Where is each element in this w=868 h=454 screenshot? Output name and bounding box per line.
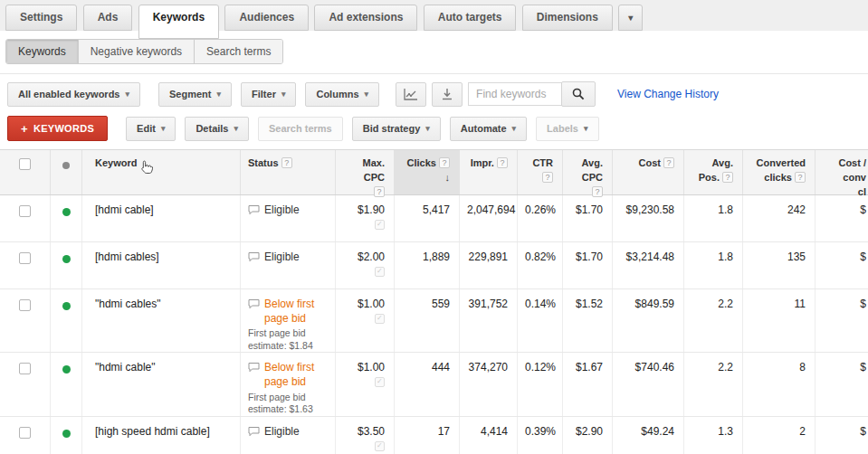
keyword-text: "hdmi cables" bbox=[95, 298, 161, 310]
row-checkbox[interactable] bbox=[19, 427, 31, 439]
ctr-cell: 0.26% bbox=[517, 195, 562, 241]
column-header-status[interactable]: Status ? bbox=[240, 150, 335, 194]
max-cpc-cell[interactable]: $1.00 bbox=[335, 353, 394, 415]
enabled-status-dot-icon[interactable] bbox=[62, 365, 71, 374]
clicks-cell: 17 bbox=[394, 417, 459, 454]
details-label: Details bbox=[196, 123, 228, 134]
chevron-down-icon: ▾ bbox=[512, 124, 517, 133]
help-icon[interactable]: ? bbox=[722, 172, 733, 183]
segment-label: Segment bbox=[169, 89, 211, 99]
cost-cell: $740.46 bbox=[612, 353, 683, 415]
row-checkbox[interactable] bbox=[19, 205, 31, 217]
search-button[interactable] bbox=[561, 81, 596, 107]
select-all-checkbox[interactable] bbox=[19, 158, 31, 170]
add-keywords-button[interactable]: + KEYWORDS bbox=[7, 116, 108, 141]
ctr-header-label: CTR bbox=[532, 157, 553, 168]
enabled-status-dot-icon[interactable] bbox=[62, 208, 71, 216]
enabled-status-dot-icon[interactable] bbox=[62, 255, 71, 263]
download-button[interactable] bbox=[432, 82, 463, 107]
status-text: Below first page bid bbox=[264, 361, 328, 389]
chevron-down-icon: ▾ bbox=[125, 90, 129, 99]
column-header-keyword[interactable]: Keyword bbox=[81, 150, 240, 194]
view-filter-button[interactable]: All enabled keywords ▾ bbox=[7, 82, 140, 107]
row-status-dot-cell bbox=[50, 289, 81, 352]
status-cell: Below first page bid First page bid esti… bbox=[240, 289, 335, 352]
max-cpc-value: $1.90 bbox=[343, 203, 385, 216]
max-cpc-value: $2.00 bbox=[343, 251, 385, 263]
enabled-status-dot-icon[interactable] bbox=[62, 430, 71, 438]
subtab-negative-keywords[interactable]: Negative keywords bbox=[78, 40, 194, 63]
segment-button[interactable]: Segment ▾ bbox=[158, 82, 232, 107]
column-header-cost-per-converted-click[interactable]: Cost / conv cl bbox=[815, 150, 868, 194]
row-status-dot-cell bbox=[50, 353, 81, 415]
tab-dimensions[interactable]: Dimensions bbox=[522, 5, 613, 31]
tab-audiences[interactable]: Audiences bbox=[224, 5, 309, 31]
column-header-cost[interactable]: Cost ? bbox=[612, 150, 683, 194]
enabled-status-dot-icon[interactable] bbox=[62, 302, 71, 310]
bid-checkbox-icon[interactable] bbox=[375, 441, 385, 451]
column-header-max-cpc[interactable]: Max. CPC ? bbox=[335, 150, 394, 194]
help-icon[interactable]: ? bbox=[281, 157, 292, 168]
filter-button[interactable]: Filter ▾ bbox=[241, 82, 296, 107]
bid-strategy-button[interactable]: Bid strategy ▾ bbox=[352, 117, 441, 141]
bid-checkbox-icon[interactable] bbox=[375, 220, 385, 230]
tab-keywords[interactable]: Keywords bbox=[138, 5, 219, 39]
help-icon[interactable]: ? bbox=[663, 157, 674, 168]
edit-button[interactable]: Edit ▾ bbox=[126, 117, 176, 141]
keyword-cell[interactable]: [hdmi cable] bbox=[81, 195, 240, 241]
column-header-impr[interactable]: Impr. ? bbox=[459, 150, 517, 194]
bid-checkbox-icon[interactable] bbox=[375, 314, 385, 324]
view-change-history-link[interactable]: View Change History bbox=[617, 88, 719, 100]
find-keywords-input[interactable] bbox=[468, 82, 562, 106]
adwords-keywords-page: Settings Ads Keywords Audiences Ad exten… bbox=[0, 0, 868, 454]
chevron-down-icon: ▾ bbox=[216, 90, 221, 99]
row-select-cell bbox=[0, 242, 50, 288]
keyword-cell[interactable]: [high speed hdmi cable] bbox=[81, 417, 240, 454]
cost-per-converted-click-cell: $ bbox=[815, 289, 868, 352]
column-header-converted-clicks[interactable]: Converted clicks ? bbox=[742, 150, 815, 194]
help-icon[interactable]: ? bbox=[795, 172, 806, 183]
row-checkbox[interactable] bbox=[19, 252, 31, 264]
max-cpc-cell[interactable]: $2.00 bbox=[335, 242, 394, 288]
bid-checkbox-icon[interactable] bbox=[375, 377, 385, 387]
add-keywords-label: KEYWORDS bbox=[33, 123, 94, 134]
tab-ad-extensions[interactable]: Ad extensions bbox=[314, 5, 417, 31]
keyword-cell[interactable]: [hdmi cables] bbox=[81, 242, 240, 288]
converted-header-label: Converted bbox=[757, 157, 806, 168]
subtab-keywords[interactable]: Keywords bbox=[6, 40, 78, 63]
column-header-ctr[interactable]: CTR ? bbox=[517, 150, 562, 194]
sort-descending-icon: ↓ bbox=[445, 172, 451, 183]
row-checkbox[interactable] bbox=[19, 299, 31, 311]
cost-cell: $3,214.48 bbox=[612, 242, 683, 288]
column-header-clicks[interactable]: Clicks ? ↓ bbox=[394, 150, 459, 194]
max-cpc-cell[interactable]: $3.50 bbox=[335, 417, 394, 454]
column-header-avg-cpc[interactable]: Avg. CPC ? bbox=[562, 150, 612, 194]
column-header-avg-pos[interactable]: Avg. Pos. ? bbox=[683, 150, 742, 194]
help-icon[interactable]: ? bbox=[542, 172, 553, 183]
status-text: Eligible bbox=[264, 251, 300, 265]
automate-button[interactable]: Automate ▾ bbox=[450, 117, 527, 141]
chevron-down-icon: ▾ bbox=[281, 90, 286, 99]
tab-settings[interactable]: Settings bbox=[5, 5, 77, 31]
keyword-cell[interactable]: "hdmi cables" bbox=[81, 289, 240, 352]
help-icon[interactable]: ? bbox=[497, 157, 508, 168]
tab-more[interactable]: ▾ bbox=[618, 5, 643, 31]
tab-ads[interactable]: Ads bbox=[83, 5, 133, 31]
row-checkbox[interactable] bbox=[19, 363, 31, 374]
bid-checkbox-icon[interactable] bbox=[375, 267, 385, 277]
keyword-cell[interactable]: "hdmi cable" bbox=[81, 353, 240, 415]
tab-auto-targets[interactable]: Auto targets bbox=[424, 5, 517, 31]
max-cpc-cell[interactable]: $1.90 bbox=[335, 195, 394, 241]
max-cpc-cell[interactable]: $1.00 bbox=[335, 289, 394, 352]
chart-button[interactable] bbox=[396, 82, 426, 107]
subtab-search-terms[interactable]: Search terms bbox=[194, 40, 282, 63]
columns-button[interactable]: Columns ▾ bbox=[305, 82, 379, 107]
details-button[interactable]: Details ▾ bbox=[185, 117, 249, 141]
help-icon[interactable]: ? bbox=[439, 157, 450, 168]
avg-cpc-cell: $1.70 bbox=[562, 195, 612, 241]
avg-cpc-header-label2: CPC bbox=[582, 172, 603, 183]
bid-strategy-label: Bid strategy bbox=[363, 123, 421, 134]
avg-cpc-cell: $1.52 bbox=[562, 289, 612, 352]
speech-bubble-icon bbox=[248, 426, 260, 437]
cost-cell: $49.24 bbox=[612, 417, 683, 454]
